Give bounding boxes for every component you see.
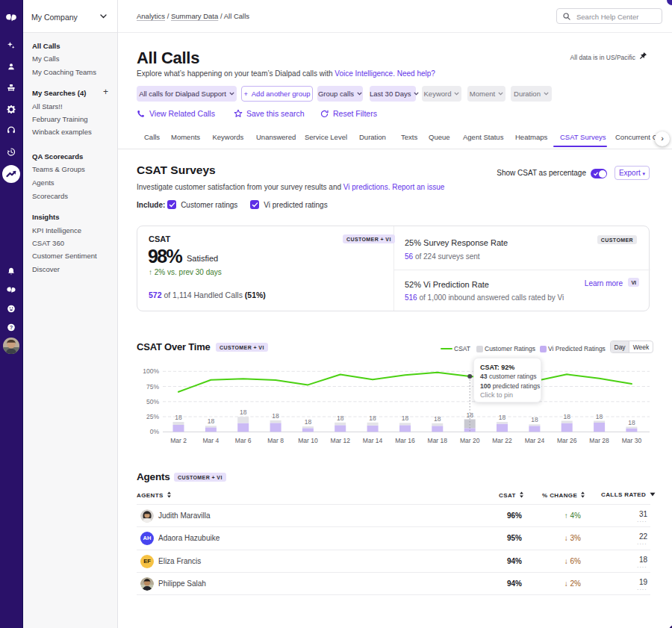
- svg-text:18: 18: [499, 414, 506, 421]
- svg-text:25%: 25%: [146, 413, 159, 420]
- svg-text:18: 18: [305, 418, 312, 426]
- svg-text:Mar 4: Mar 4: [203, 437, 220, 444]
- svg-text:Mar 2: Mar 2: [170, 437, 187, 444]
- svg-text:18: 18: [337, 414, 344, 422]
- svg-text:Mar 8: Mar 8: [267, 437, 284, 444]
- svg-text:50%: 50%: [146, 398, 159, 405]
- svg-text:Mar 20: Mar 20: [460, 437, 480, 444]
- svg-text:18: 18: [563, 413, 570, 420]
- svg-text:18: 18: [208, 417, 215, 425]
- svg-text:18: 18: [369, 414, 376, 422]
- svg-text:Mar 30: Mar 30: [622, 437, 642, 444]
- svg-text:18: 18: [596, 413, 603, 420]
- svg-text:Mar 26: Mar 26: [557, 437, 577, 444]
- svg-text:18: 18: [402, 414, 409, 422]
- svg-text:18: 18: [628, 419, 635, 426]
- svg-text:Mar 16: Mar 16: [395, 437, 415, 444]
- svg-text:0%: 0%: [150, 428, 160, 435]
- svg-text:Mar 24: Mar 24: [525, 437, 545, 444]
- svg-text:18: 18: [240, 408, 247, 416]
- svg-text:Mar 22: Mar 22: [492, 437, 512, 444]
- svg-text:18: 18: [434, 415, 441, 423]
- svg-text:Mar 10: Mar 10: [298, 437, 318, 444]
- svg-text:Mar 14: Mar 14: [363, 437, 383, 444]
- svg-text:100%: 100%: [143, 367, 159, 375]
- svg-text:18: 18: [531, 416, 538, 423]
- svg-text:Mar 6: Mar 6: [235, 437, 252, 444]
- svg-text:?: ?: [10, 324, 13, 329]
- svg-text:Mar 12: Mar 12: [331, 437, 351, 444]
- svg-text:Mar 28: Mar 28: [589, 437, 609, 444]
- svg-text:75%: 75%: [146, 383, 159, 391]
- svg-text:Mar 18: Mar 18: [428, 437, 448, 444]
- svg-text:18: 18: [175, 414, 182, 421]
- svg-text:18: 18: [272, 412, 279, 420]
